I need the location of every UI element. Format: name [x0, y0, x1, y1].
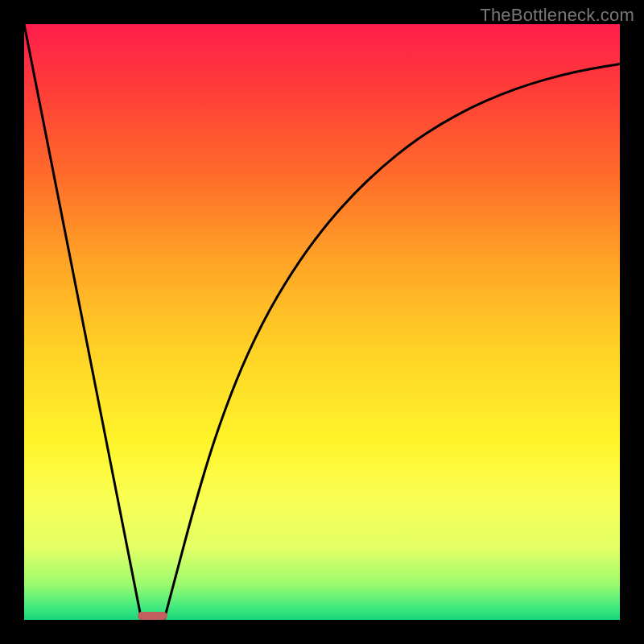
chart-container: TheBottleneck.com	[0, 0, 644, 644]
bottleneck-marker	[138, 612, 167, 620]
plot-area	[24, 24, 620, 620]
curve-left-line	[24, 24, 142, 620]
curve-right	[164, 64, 620, 620]
watermark-text: TheBottleneck.com	[480, 5, 634, 26]
curve-svg	[24, 24, 620, 620]
